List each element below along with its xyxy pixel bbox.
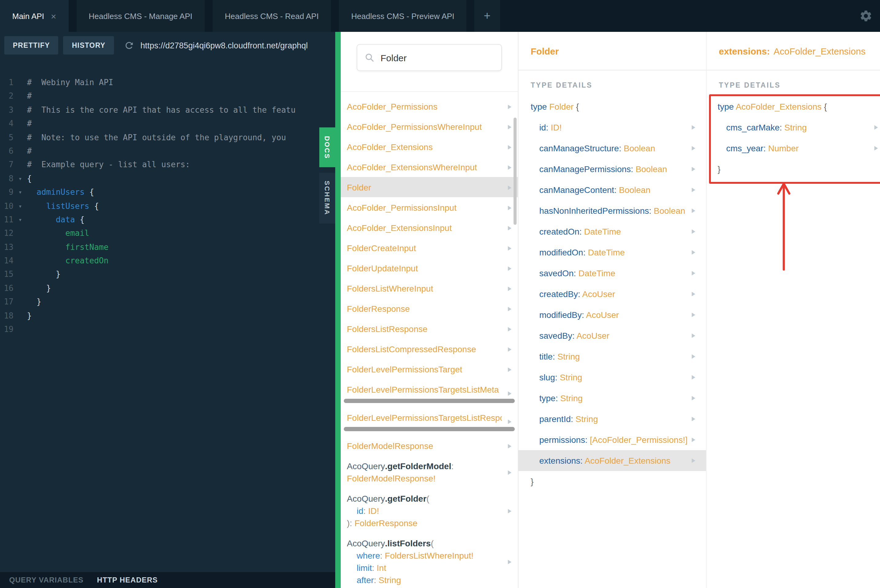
docs-list-item[interactable]: FolderLevelPermissionsTargetsListRespons…: [341, 407, 518, 435]
fold-caret-icon[interactable]: ▾: [14, 200, 27, 213]
field-row-modifiedon[interactable]: modifiedOn: DateTime▶: [518, 242, 706, 263]
endpoint-url[interactable]: https://d2785gi4qi6pw8.cloudfront.net/gr…: [140, 41, 308, 50]
token-method: .listFolders: [385, 538, 431, 548]
field-name: canManagePermissions:: [539, 164, 635, 174]
query-editor[interactable]: 1# Webiny Main API2#3# This is the core …: [0, 59, 335, 572]
docs-list-item[interactable]: FoldersListCompressedResponse▶: [341, 339, 518, 359]
docs-list-item[interactable]: FoldersListWhereInput▶: [341, 278, 518, 298]
docs-list-item[interactable]: FolderUpdateInput▶: [341, 258, 518, 278]
fold-caret-icon[interactable]: ▾: [14, 213, 27, 227]
docs-list-item[interactable]: AcoFolder_PermissionsWhereInput▶: [341, 116, 518, 136]
docs-list-item[interactable]: FolderCreateInput▶: [341, 238, 518, 258]
docs-list-item[interactable]: AcoQuery.getFolder(id: ID!): FolderRespo…: [341, 488, 518, 533]
field-row-canmanagestructure[interactable]: canManageStructure: Boolean▶: [518, 138, 706, 159]
field-row-canmanagepermissions[interactable]: canManagePermissions: Boolean▶: [518, 159, 706, 180]
chevron-right-icon: ▶: [508, 142, 511, 151]
docs-item-row: AcoQuery.getFolderModel:: [347, 460, 502, 472]
tab-headless-cms-manage-api[interactable]: Headless CMS - Manage API: [77, 0, 205, 32]
editor-line-text: # Example query - list all users:: [27, 158, 335, 172]
token-field: after: [357, 575, 374, 585]
field-type: Boolean: [635, 164, 667, 174]
chevron-right-icon: ▶: [508, 223, 511, 232]
docs-list-item[interactable]: FoldersListResponse▶: [341, 318, 518, 339]
token-plain: [27, 270, 56, 279]
docs-side-tab[interactable]: DOCS: [319, 128, 335, 167]
docs-list-scrollbar[interactable]: [514, 118, 517, 225]
field-row-createdon[interactable]: createdOn: DateTime▶: [518, 221, 706, 242]
field-name: parentId:: [539, 414, 575, 423]
docs-list-item[interactable]: AcoFolder_ExtensionsInput▶: [341, 218, 518, 238]
line-number: 1: [0, 76, 14, 90]
chevron-right-icon: ▶: [874, 122, 877, 133]
token-parent: AcoQuery: [347, 494, 385, 503]
docs-list-item[interactable]: FolderResponse▶: [341, 298, 518, 318]
docs-list-item[interactable]: AcoFolder_Extensions▶: [341, 136, 518, 157]
field-type: Boolean: [654, 206, 685, 215]
token-type: AcoFolder_PermissionsInput: [347, 202, 457, 212]
docs-list-item[interactable]: FolderLevelPermissionsTarget▶: [341, 359, 518, 379]
field-row-id[interactable]: id: ID!▶: [518, 117, 706, 138]
horizontal-scrollbar[interactable]: [344, 427, 515, 431]
close-tab-icon[interactable]: ×: [51, 11, 56, 21]
fold-caret-icon[interactable]: ▾: [14, 186, 27, 200]
token-type: FolderModelResponse!: [347, 473, 436, 483]
editor-line: 11▾ data {: [0, 213, 335, 227]
field-row-permissions[interactable]: permissions: [AcoFolder_Permissions!]▶: [518, 429, 706, 450]
docs-item-row: FolderUpdateInput: [347, 262, 502, 274]
docs-search-column: Folder AcoFolder_Permissions▶AcoFolder_P…: [341, 32, 518, 588]
field-row-title[interactable]: title: String▶: [518, 346, 706, 367]
refresh-icon[interactable]: [124, 40, 134, 51]
docs-search-input[interactable]: Folder: [357, 44, 502, 71]
field-name: slug:: [539, 372, 560, 382]
field-row-cms-year[interactable]: cms_year: Number▶: [707, 138, 880, 159]
field-row-extensions[interactable]: extensions: AcoFolder_Extensions▶: [518, 450, 706, 471]
docs-item-row: FoldersListCompressedResponse: [347, 343, 502, 355]
new-tab-button[interactable]: +: [475, 0, 500, 32]
tab-headless-cms-read-api[interactable]: Headless CMS - Read API: [213, 0, 331, 32]
field-type: AcoFolder_Extensions: [585, 455, 670, 465]
docs-list-item[interactable]: AcoFolder_Permissions▶: [341, 96, 518, 116]
docs-list-item[interactable]: AcoQuery.getFolderModel:FolderModelRespo…: [341, 456, 518, 488]
line-number: 5: [0, 131, 14, 144]
field-row-createdby[interactable]: createdBy: AcoUser▶: [518, 284, 706, 304]
field-row-type[interactable]: type: String▶: [518, 388, 706, 408]
token-method: .getFolderModel: [385, 461, 451, 471]
tab-main-api[interactable]: Main API×: [0, 0, 69, 32]
horizontal-scrollbar[interactable]: [344, 398, 515, 403]
http-headers-tab[interactable]: HTTP HEADERS: [97, 576, 158, 584]
fold-gutter: [14, 158, 27, 172]
field-row-parentid[interactable]: parentId: String▶: [518, 408, 706, 429]
field-row-savedon[interactable]: savedOn: DateTime▶: [518, 263, 706, 284]
history-button[interactable]: HISTORY: [63, 36, 114, 54]
line-number: 12: [0, 227, 14, 241]
docs-list-item[interactable]: AcoFolder_PermissionsInput▶: [341, 197, 518, 218]
keyword-type: type: [531, 101, 550, 111]
field-row-cms-carmake[interactable]: cms_carMake: String▶: [707, 117, 880, 138]
docs-list-item[interactable]: AcoFolder_ExtensionsWhereInput▶: [341, 157, 518, 177]
schema-side-tab[interactable]: SCHEMA: [319, 173, 335, 224]
token-type: FoldersListCompressedResponse: [347, 344, 476, 354]
pane-divider[interactable]: [335, 32, 341, 588]
docs-list-item[interactable]: AcoQuery.listFolders(where: FoldersListW…: [341, 533, 518, 588]
settings-gear-icon[interactable]: [859, 9, 872, 22]
token-plain: [27, 284, 46, 293]
open-brace: {: [824, 101, 827, 111]
fold-caret-icon[interactable]: ▾: [14, 172, 27, 186]
docs-search-section: Folder: [341, 44, 518, 92]
field-row-modifiedby[interactable]: modifiedBy: AcoUser▶: [518, 304, 706, 325]
docs-list-item[interactable]: FolderModelResponse▶: [341, 435, 518, 456]
docs-list-item[interactable]: FolderLevelPermissionsTargetsListMeta▶: [341, 379, 518, 407]
field-name: extensions:: [539, 455, 585, 465]
field-row-hasnoninheritedpermissions[interactable]: hasNonInheritedPermissions: Boolean▶: [518, 200, 706, 221]
type-details-column-extensions: extensions: AcoFolder_Extensions TYPE DE…: [706, 32, 880, 588]
token-type: Folder: [347, 182, 371, 192]
docs-list-item[interactable]: Folder▶: [341, 177, 518, 197]
query-variables-tab[interactable]: QUERY VARIABLES: [9, 576, 84, 584]
prettify-button[interactable]: PRETTIFY: [4, 36, 59, 54]
tab-headless-cms-preview-api[interactable]: Headless CMS - Preview API: [339, 0, 467, 32]
field-name: hasNonInheritedPermissions:: [539, 206, 654, 215]
field-row-slug[interactable]: slug: String▶: [518, 367, 706, 388]
field-row-canmanagecontent[interactable]: canManageContent: Boolean▶: [518, 180, 706, 200]
field-type: AcoUser: [582, 289, 615, 298]
field-row-savedby[interactable]: savedBy: AcoUser▶: [518, 325, 706, 346]
